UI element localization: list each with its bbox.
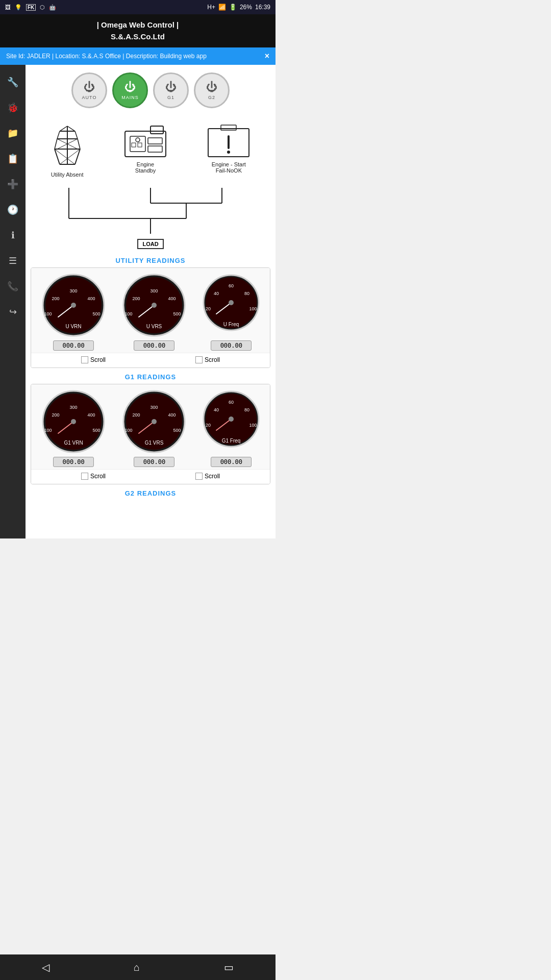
utility-scroll-label-1: Scroll	[90, 356, 106, 363]
sidebar-item-list[interactable]: 📋	[0, 146, 26, 171]
info-bar: Site Id: JADLER | Location: S.&.A.S Offi…	[0, 47, 276, 65]
engine-fail-label: Engine - StartFail-NoOK	[212, 161, 246, 174]
g1-power-icon: ⏻	[165, 81, 177, 94]
g1-scroll-row: Scroll Scroll	[31, 469, 270, 484]
sidebar-item-phone[interactable]: 📞	[0, 274, 26, 299]
svg-point-55	[152, 303, 157, 308]
g1-readings-title: G1 READINGS	[31, 373, 270, 381]
g1-scroll-label-1: Scroll	[90, 473, 106, 480]
utility-scroll-check-1[interactable]	[81, 356, 88, 363]
svg-text:300: 300	[70, 405, 78, 410]
gauge-g1-vrn-value: 000.00	[53, 457, 94, 467]
g1-button[interactable]: ⏻ G1	[153, 72, 189, 108]
svg-text:G1 VRS: G1 VRS	[145, 440, 164, 446]
wiring-diagram	[31, 188, 270, 239]
header-line1: | Omega Web Control |	[3, 19, 273, 31]
gauge-u-vrn-svg: 300 400 200 100 500 U VRN	[40, 272, 107, 338]
sidebar-item-exit[interactable]: ↪	[0, 300, 26, 324]
g1-scroll-2[interactable]: Scroll	[195, 473, 220, 480]
g2-button-wrap: ⏻ G2	[194, 72, 230, 108]
svg-point-45	[71, 303, 76, 308]
info-close-button[interactable]: ×	[265, 52, 269, 61]
tower-svg	[49, 124, 85, 169]
svg-text:100: 100	[249, 306, 257, 311]
gauge-g1-vrs-value: 000.00	[134, 457, 174, 467]
svg-text:80: 80	[244, 407, 249, 412]
g2-button[interactable]: ⏻ G2	[194, 72, 230, 108]
sidebar-item-menu[interactable]: ☰	[0, 249, 26, 273]
main-layout: 🔧 🐞 📁 📋 ➕ 🕐 ℹ ☰ 📞 ↪ ⏻ AUTO ⏻ MAINS	[0, 65, 276, 538]
g1-scroll-check-1[interactable]	[81, 473, 88, 480]
gauge-u-vrs: 300 400 200 100 500 U VRS 000.00	[121, 272, 187, 351]
svg-line-4	[60, 126, 67, 131]
svg-text:400: 400	[168, 412, 176, 418]
sidebar-item-wrench[interactable]: 🔧	[0, 70, 26, 94]
utility-scroll-2[interactable]: Scroll	[195, 356, 220, 363]
time-label: 16:39	[255, 4, 270, 11]
svg-line-8	[55, 139, 57, 149]
svg-text:100: 100	[44, 311, 52, 316]
utility-label: Utility Absent	[51, 172, 84, 178]
signal-bars: 📶	[218, 4, 226, 11]
svg-text:500: 500	[93, 428, 101, 433]
g1-gauge-row: 300 400 200 100 500 G1 VRN 000.00	[31, 384, 270, 469]
battery-svg	[206, 124, 252, 159]
svg-text:60: 60	[229, 283, 234, 288]
hexagon-icon: ⬡	[40, 4, 45, 11]
svg-text:20: 20	[206, 306, 211, 311]
svg-text:500: 500	[173, 428, 181, 433]
utility-scroll-1[interactable]: Scroll	[81, 356, 106, 363]
svg-line-7	[75, 131, 78, 139]
g1-scroll-check-2[interactable]	[195, 473, 203, 480]
gauge-g1-freq-svg: 60 80 40 20 100 G1 Freq	[202, 388, 261, 455]
mains-power-icon: ⏻	[124, 81, 136, 94]
load-row: LOAD	[31, 239, 270, 249]
utility-readings-title: UTILITY READINGS	[31, 257, 270, 264]
sidebar-item-history[interactable]: 🕐	[0, 198, 26, 222]
auto-label: AUTO	[82, 95, 97, 100]
svg-text:500: 500	[93, 311, 101, 316]
gauge-u-freq-value: 000.00	[211, 340, 252, 351]
svg-text:200: 200	[133, 296, 140, 301]
svg-point-28	[227, 151, 230, 154]
utility-gauge-section: 300 400 200 100 500 U VRN 000.00	[31, 267, 270, 368]
svg-line-11	[75, 149, 80, 164]
svg-point-95	[229, 416, 234, 422]
engine-standby-item: EngineStandby	[122, 124, 168, 174]
svg-text:60: 60	[229, 400, 234, 405]
svg-rect-22	[148, 146, 162, 152]
engine-standby-label: EngineStandby	[135, 161, 156, 174]
svg-text:G1 VRN: G1 VRN	[64, 440, 83, 446]
svg-text:400: 400	[88, 296, 95, 301]
battery-icon: 🔋	[229, 4, 237, 11]
g1-gauge-section: 300 400 200 100 500 G1 VRN 000.00	[31, 384, 270, 484]
auto-button[interactable]: ⏻ AUTO	[71, 72, 107, 108]
svg-text:100: 100	[125, 428, 133, 433]
svg-rect-26	[221, 125, 236, 130]
utility-scroll-check-2[interactable]	[195, 356, 203, 363]
mains-button[interactable]: ⏻ MAINS	[112, 72, 148, 108]
sidebar-item-bug[interactable]: 🐞	[0, 95, 26, 120]
sidebar-item-add[interactable]: ➕	[0, 172, 26, 197]
svg-text:40: 40	[214, 291, 219, 296]
gauge-u-vrs-svg: 300 400 200 100 500 U VRS	[121, 272, 187, 338]
engine-fail-item: Engine - StartFail-NoOK	[206, 124, 252, 174]
svg-text:300: 300	[151, 288, 158, 293]
svg-text:100: 100	[249, 423, 257, 428]
sidebar-item-folder[interactable]: 📁	[0, 121, 26, 145]
gauge-u-vrn: 300 400 200 100 500 U VRN 000.00	[40, 272, 107, 351]
auto-button-wrap: ⏻ AUTO	[71, 72, 107, 108]
g2-label: G2	[208, 95, 215, 100]
svg-rect-18	[151, 126, 163, 134]
g1-scroll-1[interactable]: Scroll	[81, 473, 106, 480]
mains-button-wrap: ⏻ MAINS	[112, 72, 148, 108]
gauge-g1-freq: 60 80 40 20 100 G1 Freq 000.00	[202, 388, 261, 467]
g1-button-wrap: ⏻ G1	[153, 72, 189, 108]
fk-icon: FK	[26, 4, 36, 11]
sidebar-item-info[interactable]: ℹ	[0, 223, 26, 248]
signal-label: H+	[207, 4, 215, 11]
svg-text:200: 200	[133, 412, 140, 418]
svg-text:100: 100	[44, 428, 52, 433]
gauge-g1-vrn-svg: 300 400 200 100 500 G1 VRN	[40, 388, 107, 455]
utility-scroll-row: Scroll Scroll	[31, 353, 270, 368]
